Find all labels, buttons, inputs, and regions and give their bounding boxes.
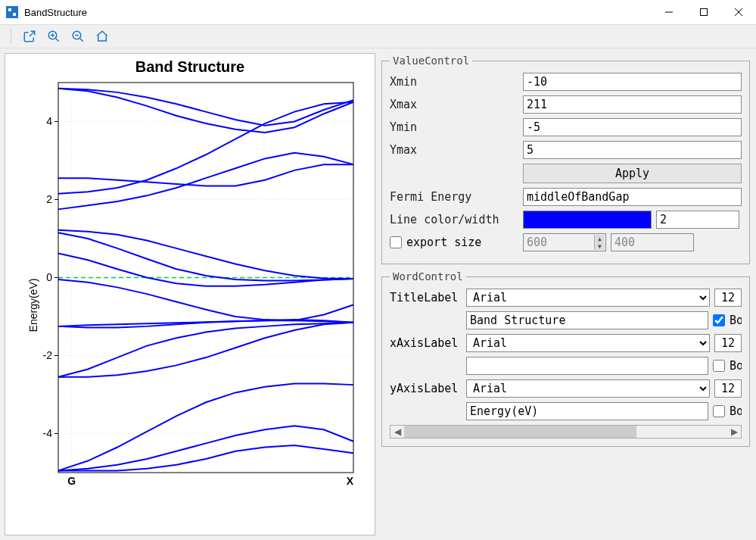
chart-area[interactable]: Energy(eV) -4-2024GX <box>36 79 369 532</box>
app-icon <box>6 6 18 18</box>
ymin-label: Ymin <box>390 120 518 134</box>
svg-text:X: X <box>347 475 354 487</box>
zoom-out-icon[interactable] <box>67 27 89 45</box>
scroll-left-icon[interactable]: ◀ <box>390 426 404 438</box>
titlelabel-label: TitleLabel <box>390 291 462 304</box>
xaxis-bold-label: Bo <box>730 359 742 373</box>
line-width-input[interactable] <box>656 211 739 229</box>
window-title: BandStructure <box>24 7 87 18</box>
ymax-label: Ymax <box>390 143 518 157</box>
value-control-group: ValueControl Xmin Xmax Ymin Ymax Apply F… <box>381 55 750 264</box>
svg-rect-0 <box>6 6 18 18</box>
horizontal-scrollbar[interactable]: ◀ ▶ <box>390 425 742 439</box>
ymax-input[interactable] <box>523 141 742 159</box>
xmax-label: Xmax <box>390 98 518 111</box>
xmax-input[interactable] <box>523 95 742 114</box>
word-control-legend: WordControl <box>390 270 466 282</box>
maximize-button[interactable] <box>686 0 721 24</box>
yaxis-label: yAxisLabel <box>390 382 462 395</box>
xaxis-font-select[interactable]: Arial <box>466 334 710 352</box>
xaxis-size-input[interactable] <box>714 334 742 352</box>
svg-rect-1 <box>8 8 11 11</box>
svg-line-8 <box>55 38 59 42</box>
zoom-in-icon[interactable] <box>43 27 64 45</box>
close-button[interactable] <box>721 0 756 24</box>
xaxis-bold-checkbox[interactable] <box>713 360 725 372</box>
y-axis-label: Energy(eV) <box>27 279 39 332</box>
value-control-legend: ValueControl <box>390 55 472 67</box>
svg-text:2: 2 <box>46 193 52 205</box>
xmin-input[interactable] <box>523 73 742 91</box>
fermi-input[interactable] <box>523 188 742 206</box>
yaxis-bold-checkbox[interactable] <box>713 405 725 417</box>
fermi-label: Fermi Energy <box>390 190 518 204</box>
export-icon[interactable] <box>19 27 40 45</box>
titlebar: BandStructure <box>0 0 756 24</box>
svg-rect-4 <box>701 9 708 16</box>
toolbar <box>0 24 756 48</box>
title-text-input[interactable] <box>466 311 708 329</box>
minimize-button[interactable] <box>652 0 686 24</box>
ymin-input[interactable] <box>523 118 742 136</box>
xaxis-text-input[interactable] <box>466 357 708 375</box>
svg-text:4: 4 <box>46 115 52 127</box>
title-bold-checkbox[interactable] <box>713 314 725 326</box>
export-width-spinner[interactable]: 600▲▼ <box>523 233 606 251</box>
linecolor-label: Line color/width <box>390 213 518 226</box>
svg-text:-2: -2 <box>43 349 53 361</box>
svg-text:0: 0 <box>46 271 52 283</box>
yaxis-text-input[interactable] <box>466 402 708 420</box>
apply-button[interactable]: Apply <box>523 164 742 183</box>
scroll-right-icon[interactable]: ▶ <box>727 426 741 438</box>
svg-rect-2 <box>13 13 16 16</box>
svg-text:G: G <box>67 475 76 487</box>
yaxis-bold-label: Bo <box>730 404 742 418</box>
chart-panel: Band Structure Energy(eV) -4-2024GX <box>5 53 375 535</box>
xaxis-label: xAxisLabel <box>390 336 462 350</box>
home-icon[interactable] <box>92 27 113 45</box>
svg-text:-4: -4 <box>43 427 53 439</box>
line-color-swatch[interactable] <box>523 211 652 229</box>
title-font-select[interactable]: Arial <box>466 289 710 307</box>
content: Band Structure Energy(eV) -4-2024GX Valu… <box>0 48 756 540</box>
svg-line-12 <box>79 38 83 42</box>
export-size-checkbox[interactable] <box>390 236 402 248</box>
xmin-label: Xmin <box>390 75 518 89</box>
export-size-label: export size <box>406 236 481 249</box>
settings-panel: ValueControl Xmin Xmax Ymin Ymax Apply F… <box>380 53 751 535</box>
chart-title: Band Structure <box>5 57 375 79</box>
export-height-spinner[interactable]: 400 <box>611 233 694 251</box>
title-bold-label: Bo <box>730 314 742 327</box>
yaxis-size-input[interactable] <box>714 379 742 398</box>
word-control-group: WordControl TitleLabel Arial Bo xAxisLab… <box>381 270 750 447</box>
title-size-input[interactable] <box>714 289 742 307</box>
yaxis-font-select[interactable]: Arial <box>466 379 710 398</box>
